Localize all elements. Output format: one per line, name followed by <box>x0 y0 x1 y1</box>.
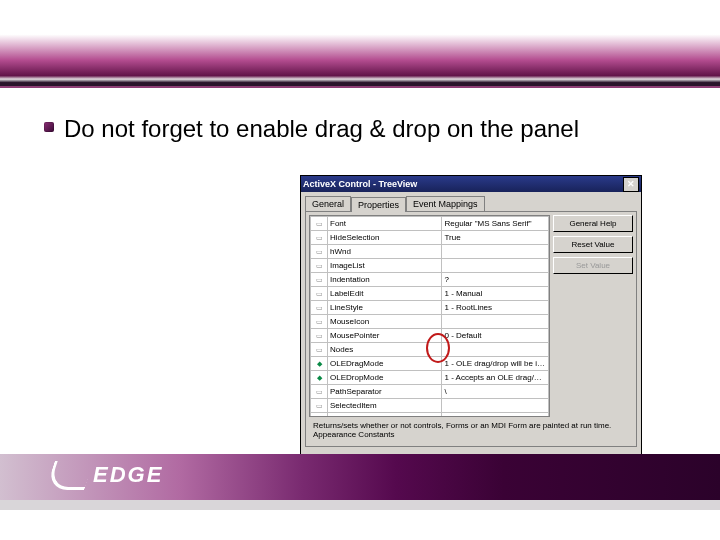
property-value: 1 - Manual <box>442 287 549 301</box>
table-row[interactable]: hWnd <box>311 245 549 259</box>
table-row[interactable]: LabelEdit1 - Manual <box>311 287 549 301</box>
property-value: \ <box>442 385 549 399</box>
bullet-text: Do not forget to enable drag & drop on t… <box>64 114 579 144</box>
property-value: 0 - Default <box>442 329 549 343</box>
property-row-icon <box>311 273 328 287</box>
property-name: PathSeparator <box>328 385 442 399</box>
property-value: 1 - Accepts an OLE drag/drop, raises <box>442 371 549 385</box>
header-rule <box>0 86 720 88</box>
tab-properties[interactable]: Properties <box>351 197 406 212</box>
edge-swoosh-icon <box>45 461 93 490</box>
property-row-icon <box>311 245 328 259</box>
property-row-icon <box>311 315 328 329</box>
property-row-icon <box>311 287 328 301</box>
dialog-tabs: General Properties Event Mappings <box>305 196 637 211</box>
bullet-row: Do not forget to enable drag & drop on t… <box>44 114 660 144</box>
property-name: LineStyle <box>328 301 442 315</box>
table-row[interactable]: OLEDropMode1 - Accepts an OLE drag/drop,… <box>311 371 549 385</box>
set-value-button[interactable]: Set Value <box>553 257 633 274</box>
tab-general[interactable]: General <box>305 196 351 211</box>
property-value: ? <box>442 273 549 287</box>
property-value: Regular "MS Sans Serif" <box>442 217 549 231</box>
property-value <box>442 343 549 357</box>
property-value <box>442 315 549 329</box>
activex-dialog: ActiveX Control - TreeView ✕ General Pro… <box>300 175 642 477</box>
property-name: Font <box>328 217 442 231</box>
table-row[interactable]: Indentation? <box>311 273 549 287</box>
property-value: 1 - OLE drag/drop will be initialised <box>442 357 549 371</box>
property-row-icon <box>311 385 328 399</box>
property-row-icon <box>311 329 328 343</box>
close-button[interactable]: ✕ <box>623 177 639 192</box>
property-value: True <box>442 413 549 418</box>
property-name: hWnd <box>328 245 442 259</box>
property-name: SelectedItem <box>328 399 442 413</box>
property-name: OLEDropMode <box>328 371 442 385</box>
table-row[interactable]: Nodes <box>311 343 549 357</box>
property-row-icon <box>311 301 328 315</box>
property-value: 1 - RootLines <box>442 301 549 315</box>
property-name: Indentation <box>328 273 442 287</box>
property-value <box>442 259 549 273</box>
property-name: HideSelection <box>328 231 442 245</box>
property-row-icon <box>311 231 328 245</box>
property-description: Returns/sets whether or not controls, Fo… <box>309 417 633 443</box>
property-table: FontRegular "MS Sans Serif"HideSelection… <box>310 216 549 417</box>
reset-value-button[interactable]: Reset Value <box>553 236 633 253</box>
property-value <box>442 399 549 413</box>
table-row[interactable]: SelectedItem <box>311 399 549 413</box>
property-name: OLEDragMode <box>328 357 442 371</box>
edge-logo-text: EDGE <box>93 462 163 488</box>
property-name: Sorted <box>328 413 442 418</box>
property-row-icon <box>311 343 328 357</box>
footer-shadow <box>0 500 720 510</box>
top-gradient-band <box>0 0 720 86</box>
table-row[interactable]: LineStyle1 - RootLines <box>311 301 549 315</box>
footer-band: EDGE <box>0 454 720 500</box>
property-name: LabelEdit <box>328 287 442 301</box>
property-name: ImageList <box>328 259 442 273</box>
edge-logo: EDGE <box>50 460 163 490</box>
property-row-icon <box>311 217 328 231</box>
table-row[interactable]: OLEDragMode1 - OLE drag/drop will be ini… <box>311 357 549 371</box>
table-row[interactable]: SortedTrue <box>311 413 549 418</box>
property-row-icon <box>311 413 328 418</box>
table-row[interactable]: FontRegular "MS Sans Serif" <box>311 217 549 231</box>
property-value <box>442 245 549 259</box>
bullet-icon <box>44 122 54 132</box>
table-row[interactable]: MouseIcon <box>311 315 549 329</box>
property-name: MouseIcon <box>328 315 442 329</box>
tab-panel-properties: FontRegular "MS Sans Serif"HideSelection… <box>305 211 637 447</box>
property-row-icon <box>311 371 328 385</box>
dialog-title: ActiveX Control - TreeView <box>303 179 417 189</box>
tab-event-mappings[interactable]: Event Mappings <box>406 196 485 211</box>
property-value: True <box>442 231 549 245</box>
property-name: Nodes <box>328 343 442 357</box>
property-row-icon <box>311 357 328 371</box>
side-buttons: General Help Reset Value Set Value <box>553 215 633 417</box>
table-row[interactable]: HideSelectionTrue <box>311 231 549 245</box>
table-row[interactable]: ImageList <box>311 259 549 273</box>
dialog-titlebar: ActiveX Control - TreeView ✕ <box>301 176 641 192</box>
table-row[interactable]: PathSeparator\ <box>311 385 549 399</box>
property-list[interactable]: FontRegular "MS Sans Serif"HideSelection… <box>309 215 550 417</box>
general-help-button[interactable]: General Help <box>553 215 633 232</box>
property-row-icon <box>311 259 328 273</box>
property-name: MousePointer <box>328 329 442 343</box>
property-row-icon <box>311 399 328 413</box>
table-row[interactable]: MousePointer0 - Default <box>311 329 549 343</box>
